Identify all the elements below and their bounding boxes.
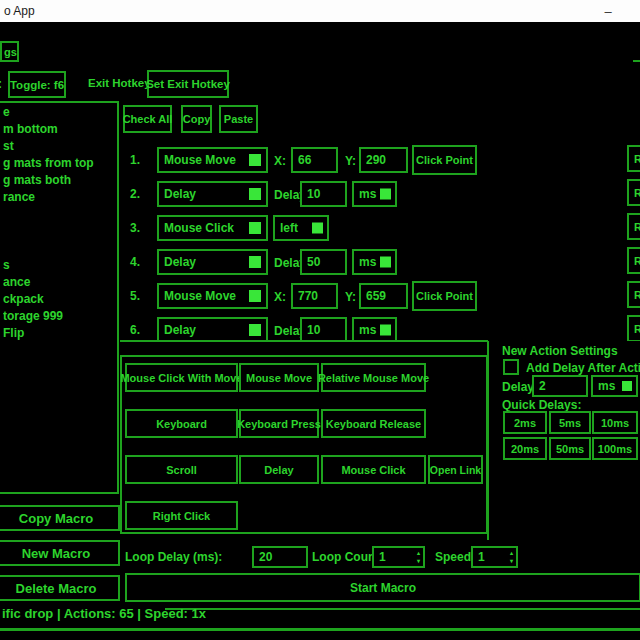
new-macro-button[interactable]: New Macro [0,540,120,566]
list-item[interactable]: Flip [3,326,117,343]
action-type-dropdown[interactable]: Mouse Move [157,283,268,309]
delete-macro-button[interactable]: Delete Macro [0,575,120,601]
action-number: 1. [130,153,140,167]
click-point-button[interactable]: Click Point [412,281,477,311]
hotkey-label-fragment: : [0,77,2,91]
spinner-up-icon[interactable]: ▴ [510,549,513,557]
list-item[interactable]: torage 999 [3,309,117,326]
y-input[interactable]: 659 [359,283,408,309]
list-item[interactable] [3,207,117,224]
action-type-value: Mouse Move [164,153,236,167]
dropdown-indicator-icon [380,325,391,336]
list-item[interactable]: e [3,105,117,122]
mouse-move-button[interactable]: Mouse Move [239,363,319,392]
action-list-viewport: 1. Mouse Move X: 66 Y: 290 Click Point R… [118,138,640,341]
list-item[interactable]: m bottom [3,122,117,139]
list-item[interactable]: ckpack [3,292,117,309]
start-macro-button[interactable]: Start Macro [125,573,640,602]
copy-macro-button[interactable]: Copy Macro [0,505,120,531]
tab-settings[interactable]: gs [0,41,19,62]
y-label: Y: [345,154,356,168]
dropdown-indicator-icon [312,223,323,234]
action-type-dropdown[interactable]: Mouse Click [157,215,268,241]
spinner-up-icon[interactable]: ▴ [417,549,420,557]
add-delay-checkbox[interactable] [503,359,519,375]
mouse-click-with-move-button[interactable]: Mouse Click With Move [125,363,238,392]
title-bar: o App – [0,0,640,22]
dropdown-indicator-icon [249,324,261,336]
list-item[interactable]: g mats from top [3,156,117,173]
action-type-value: Mouse Click [164,221,234,235]
mouse-click-button[interactable]: Mouse Click [321,455,426,484]
action-number: 3. [130,221,140,235]
toggle-hotkey-button[interactable]: Toggle: f6 [8,71,66,98]
open-link-button[interactable]: Open Link [428,455,483,484]
list-item[interactable]: rance [3,190,117,207]
keyboard-release-button[interactable]: Keyboard Release [321,409,426,438]
loop-delay-input[interactable]: 20 [252,546,308,568]
delay-input[interactable]: 10 [300,181,347,207]
spinner-down-icon[interactable]: ▾ [510,557,513,565]
loop-count-spinner[interactable]: 1 ▴ ▾ [372,546,425,568]
remove-button[interactable]: R [627,247,640,274]
remove-button[interactable]: R [627,281,640,308]
quick-delay-button[interactable]: 10ms [592,411,638,434]
copy-button[interactable]: Copy [181,105,212,133]
action-type-dropdown[interactable]: Delay [157,249,268,275]
delay-input[interactable]: 10 [300,317,347,341]
unit-dropdown[interactable]: ms [352,249,397,275]
speed-spinner[interactable]: 1 ▴ ▾ [471,546,518,568]
remove-button[interactable]: R [627,213,640,240]
set-exit-hotkey-button[interactable]: Set Exit Hotkey [147,70,229,98]
dropdown-indicator-icon [249,188,261,200]
app-window: o App – gs : Toggle: f6 Exit Hotkey: Set… [0,0,640,640]
list-item[interactable]: st [3,139,117,156]
settings-delay-unit-dropdown[interactable]: ms [591,375,638,397]
tabstrip-edge-divider [633,60,640,62]
quick-delay-button[interactable]: 5ms [549,411,591,434]
x-input[interactable]: 66 [291,147,338,173]
action-type-dropdown[interactable]: Delay [157,181,268,207]
remove-button[interactable]: R [627,315,640,341]
add-delay-label: Add Delay After Action [526,361,640,375]
x-input[interactable]: 770 [291,283,338,309]
dropdown-indicator-icon [380,257,391,268]
right-click-button[interactable]: Right Click [125,501,238,530]
list-item[interactable]: g mats both [3,173,117,190]
paste-button[interactable]: Paste [219,105,258,133]
statusbar-bottom-divider [0,628,640,631]
keyboard-button[interactable]: Keyboard [125,409,238,438]
relative-mouse-move-button[interactable]: Relative Mouse Move [321,363,426,392]
list-item[interactable]: ance [3,275,117,292]
settings-delay-input[interactable]: 2 [532,375,588,397]
action-type-dropdown[interactable]: Mouse Move [157,147,268,173]
quick-delay-button[interactable]: 2ms [503,411,547,434]
quick-delay-button[interactable]: 100ms [592,437,638,460]
keyboard-press-button[interactable]: Keyboard Press [239,409,319,438]
list-item[interactable]: s [3,258,117,275]
click-point-button[interactable]: Click Point [412,145,477,175]
quick-delay-button[interactable]: 50ms [549,437,591,460]
quick-delay-button[interactable]: 20ms [503,437,547,460]
scroll-button[interactable]: Scroll [125,455,238,484]
action-type-dropdown[interactable]: Delay [157,317,268,341]
unit-dropdown[interactable]: ms [352,317,397,341]
minimize-button[interactable]: – [592,0,624,22]
speed-label: Speed: [435,550,475,564]
y-input[interactable]: 290 [359,147,408,173]
dropdown-indicator-icon [249,290,261,302]
list-item[interactable] [3,224,117,241]
mouse-button-dropdown[interactable]: left [273,215,329,241]
spinner-down-icon[interactable]: ▾ [417,557,420,565]
unit-dropdown[interactable]: ms [352,181,397,207]
remove-button[interactable]: R [627,145,640,172]
dropdown-indicator-icon [249,222,261,234]
check-all-button[interactable]: Check All [123,105,172,133]
delay-input[interactable]: 50 [300,249,347,275]
macro-listbox[interactable]: e m bottom st g mats from top g mats bot… [0,101,119,494]
statusbar-top-divider [165,608,640,610]
action-number: 5. [130,289,140,303]
remove-button[interactable]: R [627,179,640,206]
list-item[interactable] [3,241,117,258]
delay-button[interactable]: Delay [239,455,319,484]
